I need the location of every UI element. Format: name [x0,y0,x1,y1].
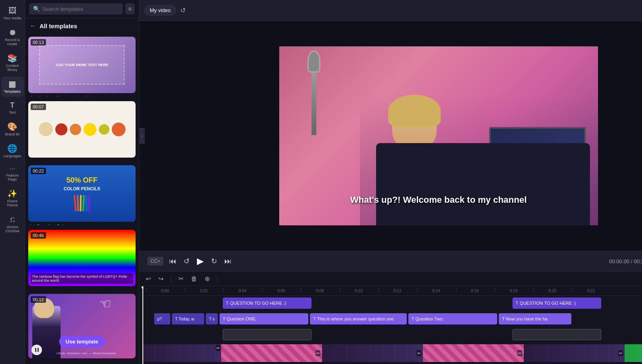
nav-fluent-theme[interactable]: ✨ FluentTheme [1,186,24,210]
podcast-time-badge: 00:07 [31,104,46,110]
skip-forward-button[interactable]: ⏭ [223,256,233,267]
search-input[interactable] [42,6,119,12]
cut-button[interactable]: ✂ [177,274,185,283]
add-button[interactable]: ⊕ [203,274,211,283]
brand-kit-icon: 🎨 [7,123,17,131]
play-button[interactable]: ▶ [195,254,205,268]
ruler-mark-7: 0:14 [417,289,456,293]
video-seg-5[interactable]: ✂ [524,344,625,362]
template-podcast[interactable]: 00:07 Still picture podcast audio visual… [28,101,136,161]
nav-feature-flags-label: FeatureFlags [6,173,19,181]
nav-feature-flags[interactable]: ⋯ FeatureFlags [1,163,24,185]
cc-button[interactable]: CC+ [147,257,163,266]
clip-white-2[interactable] [512,329,601,340]
nav-your-media-label: Your media [3,16,21,20]
video-seg-6[interactable]: ✂ [625,344,642,362]
templates-grid: ADD YOUR MEME TEXT HERE 00:13 Kombucha g… [25,33,139,364]
video-seg-2[interactable]: ✂ [221,344,322,362]
video-seg-4[interactable]: ✂ [423,344,524,362]
art-time-badge: 00:22 [31,168,46,174]
main-area: My video ↺ ⬆ Export ▾ [139,0,642,364]
video-frame: What's up?! Welcome back to my channel [279,46,598,225]
use-template-button[interactable]: Use template [59,336,105,347]
time-display: 00:00.00 / 00:23.00 [609,258,642,264]
clip-s[interactable]: T s [206,313,218,324]
track-row-questions: T QUESTION TO GO HERE :) T QUESTION TO G… [139,296,642,310]
template-qna[interactable]: I think, therefore I am. — René Descarte… [28,294,136,361]
nav-languages[interactable]: 🌐 Languages [1,141,24,161]
record-icon: ⏺ [8,28,17,36]
nav-version-label: Version2102da4 [5,225,19,233]
templates-panel: 🔍 ≡ ← All templates ADD YOUR MEME TEXT H… [25,0,139,364]
meme-thumb-text: ADD YOUR MEME TEXT HERE [39,45,125,85]
time-current: 00:00.00 [609,258,629,264]
undo-button[interactable]: ↩ [144,274,153,283]
clip-p[interactable]: p? [154,313,170,324]
nav-brand-kit[interactable]: 🎨 Brand kit [1,119,24,139]
template-qna-thumb: I think, therefore I am. — René Descarte… [28,294,136,358]
clip-answer-one[interactable]: T This is where you answer question one [310,313,407,324]
nav-version[interactable]: ⎌ Version2102da4 [1,212,24,236]
qna-label: Q&A guided video template [28,358,136,361]
nav-record[interactable]: ⏺ Record &create [1,25,24,49]
video-seg-1[interactable]: ✂ [142,344,221,362]
ruler-mark-4: 0:08 [301,289,339,293]
nav-content-library-label: Contentlibrary [6,64,19,72]
version-icon: ⎌ [10,215,15,223]
nav-templates-label: Templates [4,89,21,94]
search-box[interactable]: 🔍 [29,3,123,15]
art-thumb-main: 50% OFF [66,176,97,185]
clip-white-1[interactable] [223,329,312,340]
forward-button[interactable]: ↻ [209,255,219,267]
meme-time-badge: 00:13 [31,39,46,46]
template-pride[interactable]: The rainbow flag has become the symbol o… [28,230,136,289]
track-row-answers: p? T Today, w T s T Question ONE: T This… [139,312,642,326]
clip-today[interactable]: T Today, w [172,313,204,324]
timeline-ruler: 0:00 0:02 0:04 0:06 0:08 0:10 0:12 0:14 … [139,286,642,296]
clip-icon-1: T [226,301,228,306]
clip-question-1[interactable]: T QUESTION TO GO HERE :) [223,297,312,309]
nav-languages-label: Languages [3,154,21,158]
clip-answer-two[interactable]: T Now you have the ha [499,313,571,324]
nav-your-media[interactable]: 🖼 Your media [1,3,24,23]
top-bar: My video ↺ ⬆ Export ▾ [139,0,642,21]
redo-button[interactable]: ↪ [157,274,165,283]
track-row-empty [139,327,642,342]
refresh-button[interactable]: ↺ [180,6,186,14]
art-label: Art Supplies Sale [28,222,136,225]
search-icon: 🔍 [33,6,40,12]
template-podcast-thumb: 00:07 [28,101,136,158]
playhead[interactable] [142,286,143,364]
skip-back-button[interactable]: ⏮ [167,256,178,267]
my-video-tab[interactable]: My video [144,5,176,16]
panel-search-bar: 🔍 ≡ [25,0,139,18]
timeline-area: ↩ ↪ ✂ 🗑 ⊕ 0:00 0:02 0:04 0:06 0:08 0:10 [139,271,642,364]
toolbar-separator-2 [217,275,217,283]
filter-button[interactable]: ≡ [125,3,135,15]
your-media-icon: 🖼 [8,6,17,15]
ruler-mark-2: 0:04 [223,289,262,293]
back-button[interactable]: ← [30,22,36,29]
text-icon: T [10,102,15,109]
clip-question-one[interactable]: T Question ONE: [220,313,308,324]
left-navigation: 🖼 Your media ⏺ Record &create 📚 Contentl… [0,0,25,364]
art-thumb-sub: COLOR PENCILS [64,186,100,191]
panel-title: All templates [40,23,77,29]
rewind-button[interactable]: ↺ [182,255,191,267]
clip-question-2[interactable]: T QUESTION TO GO HERE :) [512,297,601,309]
video-seg-3[interactable]: ✂ [322,344,423,362]
ruler-mark-1: 0:02 [184,289,223,293]
template-meme[interactable]: ADD YOUR MEME TEXT HERE 00:13 Kombucha g… [28,37,136,96]
clip-question-two[interactable]: T Question Two: [408,313,497,324]
delete-button[interactable]: 🗑 [189,275,199,283]
nav-text[interactable]: T Text [1,98,24,118]
qna-time-badge: 00:12 [31,296,46,303]
nav-templates[interactable]: ▦ Templates [1,77,24,97]
qna-bottom-text: I think, therefore I am. — René Descarte… [56,352,133,355]
template-art[interactable]: 50% OFF COLOR PENCILS 00:22 Art Supplies… [28,165,136,225]
template-meme-thumb: ADD YOUR MEME TEXT HERE 00:13 [28,37,136,93]
collapse-panel-button[interactable]: ‹ [139,128,145,144]
qna-pause-overlay [31,345,42,355]
nav-content-library[interactable]: 📚 Contentlibrary [1,51,24,75]
content-library-icon: 📚 [7,54,17,62]
